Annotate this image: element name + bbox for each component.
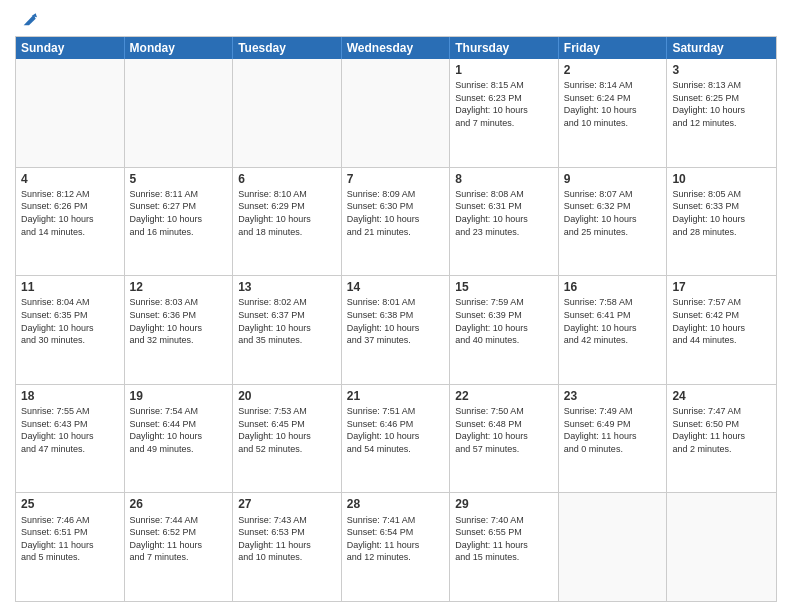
calendar-cell: 21Sunrise: 7:51 AM Sunset: 6:46 PM Dayli… xyxy=(342,385,451,493)
calendar-cell: 22Sunrise: 7:50 AM Sunset: 6:48 PM Dayli… xyxy=(450,385,559,493)
day-number: 2 xyxy=(564,62,662,78)
day-info: Sunrise: 7:50 AM Sunset: 6:48 PM Dayligh… xyxy=(455,405,553,455)
header xyxy=(15,10,777,30)
calendar-row-1: 1Sunrise: 8:15 AM Sunset: 6:23 PM Daylig… xyxy=(16,59,776,168)
day-info: Sunrise: 7:40 AM Sunset: 6:55 PM Dayligh… xyxy=(455,514,553,564)
calendar-cell: 17Sunrise: 7:57 AM Sunset: 6:42 PM Dayli… xyxy=(667,276,776,384)
day-number: 14 xyxy=(347,279,445,295)
day-info: Sunrise: 7:59 AM Sunset: 6:39 PM Dayligh… xyxy=(455,296,553,346)
day-number: 15 xyxy=(455,279,553,295)
header-day-monday: Monday xyxy=(125,37,234,59)
day-number: 20 xyxy=(238,388,336,404)
calendar-cell: 11Sunrise: 8:04 AM Sunset: 6:35 PM Dayli… xyxy=(16,276,125,384)
day-info: Sunrise: 7:43 AM Sunset: 6:53 PM Dayligh… xyxy=(238,514,336,564)
day-number: 24 xyxy=(672,388,771,404)
day-info: Sunrise: 8:07 AM Sunset: 6:32 PM Dayligh… xyxy=(564,188,662,238)
header-day-tuesday: Tuesday xyxy=(233,37,342,59)
day-info: Sunrise: 8:10 AM Sunset: 6:29 PM Dayligh… xyxy=(238,188,336,238)
logo xyxy=(15,10,37,30)
calendar-cell: 16Sunrise: 7:58 AM Sunset: 6:41 PM Dayli… xyxy=(559,276,668,384)
calendar-cell xyxy=(667,493,776,601)
header-day-saturday: Saturday xyxy=(667,37,776,59)
day-info: Sunrise: 8:05 AM Sunset: 6:33 PM Dayligh… xyxy=(672,188,771,238)
header-day-thursday: Thursday xyxy=(450,37,559,59)
calendar-page: SundayMondayTuesdayWednesdayThursdayFrid… xyxy=(0,0,792,612)
day-info: Sunrise: 7:44 AM Sunset: 6:52 PM Dayligh… xyxy=(130,514,228,564)
calendar-cell: 13Sunrise: 8:02 AM Sunset: 6:37 PM Dayli… xyxy=(233,276,342,384)
day-number: 29 xyxy=(455,496,553,512)
day-info: Sunrise: 8:13 AM Sunset: 6:25 PM Dayligh… xyxy=(672,79,771,129)
day-info: Sunrise: 7:41 AM Sunset: 6:54 PM Dayligh… xyxy=(347,514,445,564)
day-number: 1 xyxy=(455,62,553,78)
header-day-wednesday: Wednesday xyxy=(342,37,451,59)
calendar-cell xyxy=(342,59,451,167)
day-info: Sunrise: 7:53 AM Sunset: 6:45 PM Dayligh… xyxy=(238,405,336,455)
day-info: Sunrise: 8:11 AM Sunset: 6:27 PM Dayligh… xyxy=(130,188,228,238)
day-info: Sunrise: 8:09 AM Sunset: 6:30 PM Dayligh… xyxy=(347,188,445,238)
day-number: 27 xyxy=(238,496,336,512)
calendar-cell xyxy=(233,59,342,167)
calendar-cell: 3Sunrise: 8:13 AM Sunset: 6:25 PM Daylig… xyxy=(667,59,776,167)
calendar-cell: 27Sunrise: 7:43 AM Sunset: 6:53 PM Dayli… xyxy=(233,493,342,601)
day-number: 28 xyxy=(347,496,445,512)
day-info: Sunrise: 7:51 AM Sunset: 6:46 PM Dayligh… xyxy=(347,405,445,455)
day-number: 8 xyxy=(455,171,553,187)
calendar-row-3: 11Sunrise: 8:04 AM Sunset: 6:35 PM Dayli… xyxy=(16,276,776,385)
calendar-cell: 15Sunrise: 7:59 AM Sunset: 6:39 PM Dayli… xyxy=(450,276,559,384)
day-info: Sunrise: 8:12 AM Sunset: 6:26 PM Dayligh… xyxy=(21,188,119,238)
day-number: 19 xyxy=(130,388,228,404)
day-info: Sunrise: 7:57 AM Sunset: 6:42 PM Dayligh… xyxy=(672,296,771,346)
day-info: Sunrise: 8:01 AM Sunset: 6:38 PM Dayligh… xyxy=(347,296,445,346)
day-number: 16 xyxy=(564,279,662,295)
day-info: Sunrise: 8:04 AM Sunset: 6:35 PM Dayligh… xyxy=(21,296,119,346)
calendar-body: 1Sunrise: 8:15 AM Sunset: 6:23 PM Daylig… xyxy=(16,59,776,601)
calendar-cell: 14Sunrise: 8:01 AM Sunset: 6:38 PM Dayli… xyxy=(342,276,451,384)
calendar-cell: 20Sunrise: 7:53 AM Sunset: 6:45 PM Dayli… xyxy=(233,385,342,493)
day-number: 3 xyxy=(672,62,771,78)
calendar-cell xyxy=(559,493,668,601)
calendar: SundayMondayTuesdayWednesdayThursdayFrid… xyxy=(15,36,777,602)
logo-icon xyxy=(17,10,37,30)
day-number: 12 xyxy=(130,279,228,295)
day-number: 25 xyxy=(21,496,119,512)
calendar-row-2: 4Sunrise: 8:12 AM Sunset: 6:26 PM Daylig… xyxy=(16,168,776,277)
day-info: Sunrise: 8:03 AM Sunset: 6:36 PM Dayligh… xyxy=(130,296,228,346)
calendar-cell: 8Sunrise: 8:08 AM Sunset: 6:31 PM Daylig… xyxy=(450,168,559,276)
day-info: Sunrise: 7:46 AM Sunset: 6:51 PM Dayligh… xyxy=(21,514,119,564)
calendar-cell: 10Sunrise: 8:05 AM Sunset: 6:33 PM Dayli… xyxy=(667,168,776,276)
day-number: 18 xyxy=(21,388,119,404)
calendar-cell: 26Sunrise: 7:44 AM Sunset: 6:52 PM Dayli… xyxy=(125,493,234,601)
calendar-cell: 29Sunrise: 7:40 AM Sunset: 6:55 PM Dayli… xyxy=(450,493,559,601)
header-day-friday: Friday xyxy=(559,37,668,59)
calendar-cell: 6Sunrise: 8:10 AM Sunset: 6:29 PM Daylig… xyxy=(233,168,342,276)
calendar-cell: 18Sunrise: 7:55 AM Sunset: 6:43 PM Dayli… xyxy=(16,385,125,493)
calendar-cell: 12Sunrise: 8:03 AM Sunset: 6:36 PM Dayli… xyxy=(125,276,234,384)
day-number: 7 xyxy=(347,171,445,187)
day-info: Sunrise: 8:14 AM Sunset: 6:24 PM Dayligh… xyxy=(564,79,662,129)
calendar-cell: 28Sunrise: 7:41 AM Sunset: 6:54 PM Dayli… xyxy=(342,493,451,601)
day-number: 9 xyxy=(564,171,662,187)
day-number: 13 xyxy=(238,279,336,295)
day-number: 26 xyxy=(130,496,228,512)
calendar-cell: 25Sunrise: 7:46 AM Sunset: 6:51 PM Dayli… xyxy=(16,493,125,601)
calendar-cell: 2Sunrise: 8:14 AM Sunset: 6:24 PM Daylig… xyxy=(559,59,668,167)
day-number: 21 xyxy=(347,388,445,404)
day-number: 22 xyxy=(455,388,553,404)
day-info: Sunrise: 7:49 AM Sunset: 6:49 PM Dayligh… xyxy=(564,405,662,455)
calendar-row-5: 25Sunrise: 7:46 AM Sunset: 6:51 PM Dayli… xyxy=(16,493,776,601)
calendar-cell: 4Sunrise: 8:12 AM Sunset: 6:26 PM Daylig… xyxy=(16,168,125,276)
day-number: 4 xyxy=(21,171,119,187)
day-number: 5 xyxy=(130,171,228,187)
day-number: 6 xyxy=(238,171,336,187)
day-number: 23 xyxy=(564,388,662,404)
day-info: Sunrise: 7:47 AM Sunset: 6:50 PM Dayligh… xyxy=(672,405,771,455)
day-info: Sunrise: 8:02 AM Sunset: 6:37 PM Dayligh… xyxy=(238,296,336,346)
calendar-header: SundayMondayTuesdayWednesdayThursdayFrid… xyxy=(16,37,776,59)
calendar-row-4: 18Sunrise: 7:55 AM Sunset: 6:43 PM Dayli… xyxy=(16,385,776,494)
calendar-cell: 7Sunrise: 8:09 AM Sunset: 6:30 PM Daylig… xyxy=(342,168,451,276)
day-info: Sunrise: 7:55 AM Sunset: 6:43 PM Dayligh… xyxy=(21,405,119,455)
calendar-cell: 24Sunrise: 7:47 AM Sunset: 6:50 PM Dayli… xyxy=(667,385,776,493)
day-number: 10 xyxy=(672,171,771,187)
day-number: 17 xyxy=(672,279,771,295)
day-info: Sunrise: 8:15 AM Sunset: 6:23 PM Dayligh… xyxy=(455,79,553,129)
